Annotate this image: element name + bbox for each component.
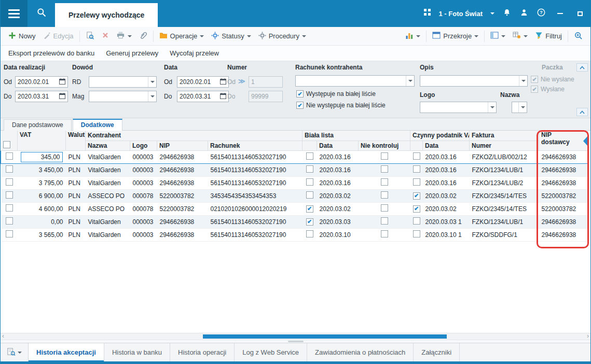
chevron-down-icon[interactable] [490, 12, 494, 15]
filter-button[interactable]: Filtruj [531, 30, 566, 43]
procedures-menu[interactable]: Procedury [255, 30, 310, 43]
rd-combo[interactable] [89, 76, 157, 88]
row-checkbox[interactable] [306, 191, 313, 199]
row-checkbox[interactable] [306, 178, 313, 186]
tab-dodatkowe[interactable]: Dodatkowe [73, 119, 122, 131]
logo-combo[interactable] [420, 102, 497, 113]
bottom-tab-za-aczniki[interactable]: Załączniki [414, 343, 460, 361]
row-checkbox[interactable] [6, 191, 13, 199]
select-all-checkbox[interactable] [3, 141, 10, 148]
company-selector[interactable]: 1 - Foto Świat [439, 10, 483, 18]
name-combo[interactable] [512, 102, 527, 113]
row-checkbox[interactable] [6, 165, 13, 173]
column-group-biala-lista[interactable]: Biała lista [303, 131, 410, 141]
row-checkbox[interactable] [6, 204, 13, 212]
calendar-icon[interactable] [220, 78, 226, 86]
withdraw-transfer-button[interactable]: Wycofaj przelew [164, 47, 225, 60]
row-checkbox[interactable] [413, 192, 420, 200]
print-button[interactable] [113, 29, 135, 43]
date-from-input[interactable]: 2020.02.01 [177, 76, 229, 88]
row-checkbox[interactable] [381, 178, 388, 186]
row-checkbox[interactable] [413, 205, 420, 213]
row-checkbox[interactable] [413, 165, 420, 173]
table-row[interactable]: 4 600,00PLNASSECO PO00007852200037820210… [1, 202, 588, 215]
date-to-input[interactable]: 2020.03.31 [177, 91, 229, 102]
column-header-biala-lista-check[interactable] [303, 141, 317, 150]
row-checkbox[interactable] [6, 217, 13, 225]
collapse-filter-bottom-button[interactable] [576, 108, 588, 116]
row-checkbox[interactable] [413, 178, 420, 186]
notifications-icon[interactable] [502, 8, 512, 19]
grid-settings-menu[interactable] [509, 30, 531, 43]
horizontal-scrollbar[interactable]: ‹ › [1, 333, 590, 340]
column-header-vat[interactable]: VAT [18, 131, 66, 150]
row-checkbox[interactable] [6, 230, 13, 237]
statuses-menu[interactable]: Statusy [208, 30, 254, 43]
collapse-filter-top-button[interactable] [576, 63, 588, 72]
table-row[interactable]: 345,00PLNVitalGarden00000329466269385615… [1, 150, 588, 163]
preview-button[interactable] [82, 29, 98, 44]
scroll-right-icon[interactable]: › [587, 332, 589, 340]
scrollbar-thumb[interactable] [203, 334, 447, 339]
inline-cell-editor[interactable]: 345,00 [21, 152, 63, 162]
maximize-button[interactable] [574, 8, 586, 19]
new-button[interactable]: Nowy [5, 30, 39, 43]
column-header-faktura-numer[interactable]: Numer [470, 141, 539, 150]
minimize-button[interactable] [554, 8, 566, 19]
row-checkbox[interactable] [381, 204, 388, 212]
row-checkbox[interactable] [381, 165, 388, 173]
column-header-nip[interactable]: NIP [157, 141, 208, 150]
row-checkbox[interactable] [413, 230, 420, 237]
column-header-nie-kontroluj[interactable]: Nie kontroluj [359, 141, 410, 150]
bottom-tab-log-z-web-service[interactable]: Log z Web Service [235, 343, 307, 361]
calendar-icon[interactable] [59, 93, 65, 101]
collapse-side-panel-arrow[interactable] [583, 136, 588, 146]
realization-date-to-input[interactable]: 2020.03.31 [15, 91, 68, 102]
attachments-button[interactable] [135, 29, 151, 43]
table-row[interactable]: 6 900,00PLNASSECO PO00007852200037823453… [1, 189, 588, 202]
column-group-czynny-podatnik[interactable]: Czynny podatnik VA [410, 131, 470, 141]
row-checkbox[interactable] [381, 191, 388, 199]
description-combo[interactable] [420, 75, 528, 87]
column-header-rachunek[interactable]: Rachunek [208, 141, 303, 150]
row-checkbox[interactable] [381, 230, 388, 237]
generate-transfers-button[interactable]: Generuj przelewy [100, 47, 164, 60]
contractor-account-combo[interactable] [295, 75, 415, 87]
row-checkbox[interactable] [6, 178, 13, 186]
column-header-nip-dostawcy[interactable]: NIP dostawcy [539, 131, 588, 150]
row-checkbox[interactable] [306, 205, 313, 213]
column-group-kontrahent[interactable]: Kontrahent [86, 131, 303, 141]
help-icon[interactable]: ? [537, 8, 546, 19]
row-checkbox[interactable] [6, 152, 13, 160]
column-header-biala-lista-data[interactable]: Data [317, 141, 359, 150]
splitter-grip[interactable] [288, 341, 304, 342]
row-checkbox[interactable] [413, 152, 420, 160]
row-checkbox[interactable] [381, 152, 388, 160]
advanced-search-button[interactable] [570, 29, 586, 44]
row-checkbox[interactable] [306, 230, 313, 237]
table-row[interactable]: 3 450,00PLNVitalGarden000003294662693856… [1, 163, 588, 176]
app-grid-icon[interactable] [424, 9, 431, 18]
document-tab[interactable]: Przelewy wychodzące [55, 3, 158, 27]
bottom-tab-historia-akceptacji[interactable]: Historia akceptacji [29, 343, 104, 361]
bottom-tab-historia-operacji[interactable]: Historia operacji [170, 343, 235, 361]
search-button[interactable] [28, 0, 55, 27]
calendar-icon[interactable] [59, 78, 65, 86]
row-checkbox[interactable] [306, 152, 313, 160]
mag-combo[interactable] [89, 91, 157, 102]
export-to-bank-button[interactable]: Eksport przelewów do banku [3, 47, 100, 60]
views-menu[interactable]: Przekroje [429, 30, 482, 43]
column-header-logo[interactable]: Logo [130, 141, 157, 150]
edit-button[interactable]: Edycja [39, 30, 77, 43]
row-checkbox[interactable] [306, 218, 313, 226]
menu-button[interactable] [1, 0, 28, 27]
chart-button[interactable] [402, 30, 424, 43]
scroll-left-icon[interactable]: ‹ [2, 332, 4, 340]
tab-dane-podstawowe[interactable]: Dane podstawowe [4, 119, 72, 131]
column-header-czynny-check[interactable] [410, 141, 423, 150]
row-checkbox[interactable] [413, 217, 420, 225]
bottom-tab-historia-w-banku[interactable]: Historia w banku [104, 343, 170, 361]
row-checkbox[interactable] [381, 217, 388, 225]
table-row[interactable]: 0,00PLNVitalGarden0000032946626938561540… [1, 215, 588, 228]
column-group-faktura[interactable]: Faktura [470, 131, 539, 141]
